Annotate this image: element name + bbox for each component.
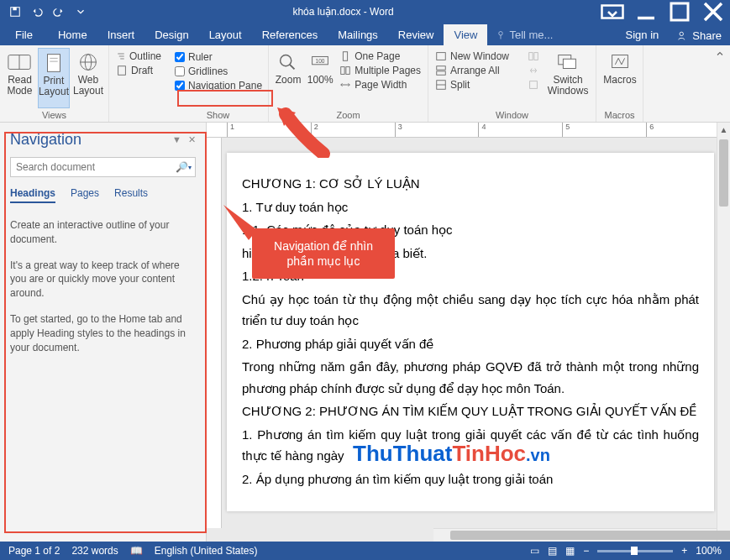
ruler-checkbox[interactable]: Ruler: [175, 51, 261, 63]
tab-mailings[interactable]: Mailings: [328, 24, 388, 45]
svg-rect-34: [529, 81, 537, 89]
tab-design[interactable]: Design: [144, 24, 198, 45]
svg-marker-39: [223, 205, 257, 240]
zoom-100-label: 100%: [307, 75, 333, 86]
save-icon[interactable]: [5, 3, 25, 21]
zoom-slider[interactable]: [597, 550, 673, 552]
status-words[interactable]: 232 words: [71, 545, 118, 557]
navpane-label: Navigation Pane: [188, 80, 262, 92]
new-window-button[interactable]: New Window: [433, 50, 523, 63]
view-web-icon[interactable]: ▦: [565, 545, 575, 557]
svg-rect-10: [47, 55, 60, 72]
tab-view[interactable]: View: [444, 24, 487, 45]
tab-references[interactable]: References: [252, 24, 328, 45]
annotation-callout: Navigation để nhìn phần mục lục: [252, 228, 395, 279]
zoom-button[interactable]: Zoom: [274, 48, 302, 108]
navpane-dropdown-icon[interactable]: ▼: [172, 134, 181, 145]
doc-line: Chú ạy học toán từ thụ động một chiều sa…: [242, 289, 699, 332]
zoom-100-button[interactable]: 100100%: [306, 48, 334, 108]
window-group-label: Window: [433, 108, 591, 120]
zoom-in-icon[interactable]: +: [681, 545, 687, 557]
macros-button[interactable]: Macros: [601, 48, 638, 86]
sync-scroll-icon: [526, 64, 542, 77]
search-input[interactable]: [11, 158, 171, 176]
svg-rect-29: [437, 71, 446, 75]
status-proofing-icon[interactable]: 📖: [130, 545, 143, 557]
tab-insert[interactable]: Insert: [97, 24, 145, 45]
nav-tab-results[interactable]: Results: [114, 187, 148, 203]
arrange-all-button[interactable]: Arrange All: [433, 64, 523, 77]
draft-button[interactable]: Draft: [114, 64, 163, 77]
watermark-a: ThuThuat: [353, 441, 452, 466]
status-bar: Page 1 of 2 232 words 📖 English (United …: [0, 542, 730, 560]
outline-button[interactable]: Outline: [114, 50, 163, 63]
navigation-title: Navigation ▼✕: [10, 131, 196, 149]
navigation-title-text: Navigation: [10, 131, 81, 149]
gridlines-checkbox[interactable]: Gridlines: [175, 65, 261, 77]
svg-rect-27: [437, 53, 446, 60]
zoom-level[interactable]: 100%: [696, 545, 722, 557]
svg-rect-36: [563, 59, 575, 68]
nav-help-2: It's a great way to keep track of where …: [10, 259, 196, 301]
zoom-label: Zoom: [276, 75, 302, 86]
web-layout-button[interactable]: Web Layout: [73, 48, 103, 108]
title-bar: khóa luận.docx - Word: [0, 0, 730, 24]
search-icon[interactable]: 🔎▾: [171, 158, 195, 176]
multiple-pages-button[interactable]: Multiple Pages: [338, 64, 423, 77]
doc-line: CHƯƠNG 2: PHƯƠNG ÁN TÌM KIẾM QUY LUẬT TR…: [242, 400, 699, 422]
zoom-out-icon[interactable]: −: [583, 545, 589, 557]
status-language[interactable]: English (United States): [155, 545, 258, 557]
maximize-icon[interactable]: [663, 0, 696, 24]
one-page-label: One Page: [354, 50, 400, 62]
page-width-button[interactable]: Page Width: [338, 78, 423, 92]
undo-icon[interactable]: [27, 3, 47, 21]
read-mode-button[interactable]: Read Mode: [5, 48, 34, 108]
annotation-arrow-1: [277, 107, 336, 158]
macros-group-label: Macros: [601, 108, 638, 120]
watermark-c: .vn: [526, 446, 550, 464]
doc-line: CHƯƠNG 1: CƠ SỞ LÝ LUẬN: [242, 173, 699, 195]
one-page-button[interactable]: One Page: [338, 50, 423, 63]
document-area: 123456 CHƯƠNG 1: CƠ SỞ LÝ LUẬN 1. Tư duy…: [207, 123, 730, 542]
new-window-label: New Window: [450, 50, 509, 62]
print-layout-button[interactable]: Print Layout: [38, 48, 70, 108]
svg-rect-33: [534, 53, 538, 60]
svg-rect-1: [13, 8, 16, 11]
horizontal-scrollbar[interactable]: [433, 528, 717, 542]
svg-rect-19: [118, 66, 126, 76]
tell-me-input[interactable]: Tell me...: [487, 24, 561, 45]
nav-tab-pages[interactable]: Pages: [71, 187, 99, 203]
svg-line-21: [290, 65, 295, 70]
sign-in-button[interactable]: Sign in: [616, 24, 670, 45]
minimize-icon[interactable]: [629, 0, 663, 24]
read-mode-label: Read Mode: [5, 75, 34, 97]
search-document-box[interactable]: 🔎▾: [10, 157, 196, 177]
tab-file[interactable]: File: [0, 24, 48, 45]
ribbon-options-icon[interactable]: [596, 0, 629, 24]
switch-windows-button[interactable]: Switch Windows: [545, 48, 591, 108]
tab-layout[interactable]: Layout: [199, 24, 252, 45]
nav-help-3: To get started, go to the Home tab and a…: [10, 312, 196, 354]
svg-rect-32: [529, 53, 533, 60]
tab-review[interactable]: Review: [388, 24, 444, 45]
redo-icon[interactable]: [49, 3, 69, 21]
navigation-pane-checkbox[interactable]: Navigation Pane: [175, 80, 261, 92]
view-read-icon[interactable]: ▭: [530, 545, 539, 557]
doc-line: 1. Tư duy toán học: [242, 196, 699, 218]
window-title: khóa luận.docx - Word: [91, 6, 596, 18]
nav-tab-headings[interactable]: Headings: [10, 187, 55, 203]
qat-dropdown-icon[interactable]: [71, 3, 91, 21]
svg-rect-24: [344, 52, 348, 61]
side-by-side-icon: [526, 50, 542, 63]
page-width-label: Page Width: [354, 79, 407, 91]
status-page[interactable]: Page 1 of 2: [8, 545, 60, 557]
share-button[interactable]: Share: [669, 26, 730, 45]
split-button[interactable]: Split: [433, 78, 523, 92]
navpane-close-icon[interactable]: ✕: [188, 134, 196, 145]
collapse-ribbon-icon[interactable]: [710, 45, 730, 122]
close-icon[interactable]: [696, 0, 730, 24]
tab-home[interactable]: Home: [48, 24, 97, 45]
callout-text: Navigation để nhìn phần mục lục: [252, 228, 395, 279]
vertical-scrollbar[interactable]: ▲▼: [717, 123, 730, 542]
view-print-icon[interactable]: ▤: [548, 545, 557, 557]
